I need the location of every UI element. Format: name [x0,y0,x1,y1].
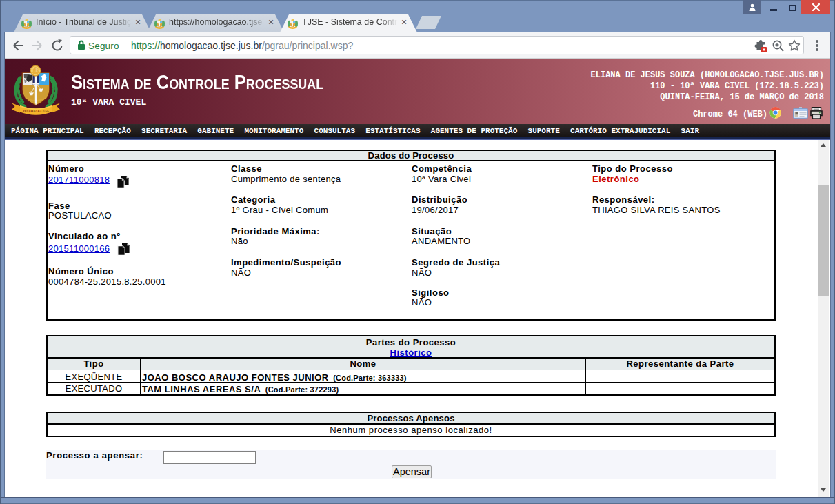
svg-text:JUSTITIA ET PAX: JUSTITIA ET PAX [23,109,49,112]
svg-text:TJS: TJS [31,68,41,74]
